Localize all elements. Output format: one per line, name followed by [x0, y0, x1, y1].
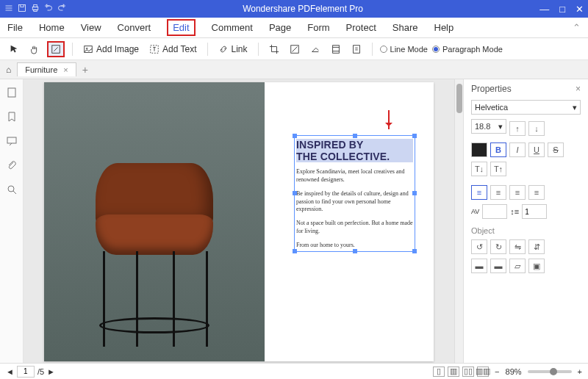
new-tab-button[interactable]: + — [82, 64, 88, 76]
view-cont-facing-icon[interactable]: ▥▥ — [477, 367, 489, 377]
svg-rect-9 — [332, 45, 339, 53]
canvas[interactable]: INSPIRED BY THE COLLECTIVE. Explore Scan… — [24, 79, 454, 363]
zoom-in-button[interactable]: + — [578, 367, 582, 376]
bold-button[interactable]: B — [490, 142, 506, 157]
body-p1[interactable]: Explore Scandinavia, meet local creative… — [296, 168, 413, 184]
search-icon[interactable] — [6, 184, 18, 198]
paragraph-mode-radio[interactable]: Paragraph Mode — [432, 45, 503, 54]
font-size-select[interactable]: 18.8▾ — [471, 119, 506, 134]
bookmark-icon[interactable] — [6, 111, 18, 125]
statusbar: ◄ /5 ► ▯ ▥ ▯▯ ▥▥ − 89% + — [0, 363, 588, 379]
maximize-icon[interactable]: □ — [559, 4, 565, 15]
heading-line2[interactable]: THE COLLECTIVE. — [296, 151, 413, 162]
smaller-text-button[interactable]: T↓ — [471, 162, 487, 176]
annotation-icon[interactable] — [6, 135, 18, 149]
svg-rect-12 — [7, 137, 16, 143]
menu-convert[interactable]: Convert — [118, 22, 151, 33]
extract-image-button[interactable]: ▱ — [509, 259, 526, 273]
menu-home[interactable]: Home — [39, 22, 65, 33]
crop-tool[interactable] — [266, 42, 282, 57]
view-facing-icon[interactable]: ▯▯ — [462, 367, 474, 377]
char-spacing-input[interactable] — [482, 204, 507, 219]
menu-icon[interactable] — [4, 4, 13, 15]
watermark-tool[interactable] — [287, 42, 303, 57]
replace-image-button[interactable]: ▣ — [528, 259, 545, 273]
heading-line1[interactable]: INSPIRED BY — [296, 139, 413, 151]
svg-rect-3 — [34, 10, 37, 11]
larger-text-button[interactable]: T↑ — [490, 162, 506, 176]
tab-furniture[interactable]: Furniture× — [17, 62, 76, 76]
flip-v-button[interactable]: ⇵ — [528, 239, 545, 254]
svg-rect-1 — [32, 7, 38, 10]
panel-close-icon[interactable]: × — [576, 84, 581, 94]
panel-title: Properties — [471, 84, 512, 94]
align-obj-center-button[interactable]: ▬ — [490, 259, 506, 273]
svg-point-13 — [8, 186, 14, 192]
menu-edit[interactable]: Edit — [167, 19, 195, 36]
italic-button[interactable]: I — [509, 142, 526, 157]
menu-form[interactable]: Form — [307, 22, 329, 33]
selected-text-box[interactable]: INSPIRED BY THE COLLECTIVE. Explore Scan… — [294, 135, 415, 252]
zoom-slider[interactable] — [528, 370, 572, 373]
superscript-button[interactable]: ↑ — [509, 121, 526, 136]
next-page-button[interactable]: ► — [47, 367, 55, 376]
body-p2[interactable]: Be inspired by the details of culture, d… — [296, 190, 413, 214]
menu-help[interactable]: Help — [434, 22, 454, 33]
add-text-button[interactable]: Add Text — [146, 42, 199, 57]
menu-page[interactable]: Page — [269, 22, 291, 33]
strike-button[interactable]: S — [548, 142, 564, 157]
view-continuous-icon[interactable]: ▥ — [448, 367, 459, 377]
subscript-button[interactable]: ↓ — [528, 121, 545, 136]
link-button[interactable]: Link — [215, 42, 251, 57]
header-footer-tool[interactable] — [328, 42, 344, 57]
pdf-page: INSPIRED BY THE COLLECTIVE. Explore Scan… — [44, 82, 434, 361]
prev-page-button[interactable]: ◄ — [6, 367, 14, 376]
flip-h-button[interactable]: ⇋ — [509, 239, 526, 254]
bates-tool[interactable] — [348, 42, 365, 57]
vertical-scrollbar[interactable] — [454, 79, 463, 363]
print-icon[interactable] — [31, 4, 40, 15]
hand-tool[interactable] — [26, 42, 43, 57]
tabstrip: ⌂ Furniture× + — [0, 60, 588, 79]
rotate-left-button[interactable]: ↺ — [471, 239, 487, 254]
align-center-button[interactable]: ≡ — [490, 185, 506, 200]
font-color-swatch[interactable] — [471, 142, 487, 157]
font-select[interactable]: Helvetica▾ — [471, 100, 581, 115]
thumbnail-icon[interactable] — [6, 87, 18, 101]
align-left-button[interactable]: ≡ — [471, 185, 487, 200]
edit-tool[interactable] — [47, 41, 65, 57]
align-right-button[interactable]: ≡ — [509, 185, 526, 200]
view-single-icon[interactable]: ▯ — [433, 367, 445, 377]
save-icon[interactable] — [18, 4, 26, 15]
minimize-icon[interactable]: — — [539, 4, 549, 15]
home-icon[interactable]: ⌂ — [6, 65, 11, 75]
page-input[interactable] — [17, 366, 35, 378]
menu-view[interactable]: View — [81, 22, 101, 33]
undo-icon[interactable] — [44, 4, 53, 15]
redo-icon[interactable] — [57, 4, 66, 15]
tab-close-icon[interactable]: × — [63, 65, 68, 74]
align-justify-button[interactable]: ≡ — [528, 185, 545, 200]
left-rail — [0, 79, 24, 363]
quick-tools — [4, 4, 66, 15]
close-icon[interactable]: ✕ — [576, 4, 584, 15]
line-spacing-input[interactable] — [522, 204, 547, 219]
zoom-out-button[interactable]: − — [495, 367, 499, 376]
rotate-right-button[interactable]: ↻ — [490, 239, 506, 254]
background-tool[interactable] — [307, 42, 323, 57]
menu-protect[interactable]: Protect — [346, 22, 376, 33]
menu-comment[interactable]: Comment — [212, 22, 253, 33]
svg-rect-2 — [34, 4, 37, 7]
collapse-ribbon-icon[interactable]: ⌃ — [573, 22, 581, 33]
edit-toolbar: Add Image Add Text Link Line Mode Paragr… — [0, 38, 588, 60]
align-obj-left-button[interactable]: ▬ — [471, 259, 487, 273]
line-mode-radio[interactable]: Line Mode — [380, 45, 428, 54]
menu-file[interactable]: File — [7, 22, 23, 33]
add-image-button[interactable]: Add Image — [80, 42, 142, 57]
menu-share[interactable]: Share — [392, 22, 418, 33]
underline-button[interactable]: U — [528, 142, 545, 157]
select-tool[interactable] — [6, 42, 22, 57]
page-image — [44, 82, 265, 361]
body-p3[interactable]: Not a space built on perfection. But a h… — [296, 220, 413, 236]
attachment-icon[interactable] — [6, 159, 18, 173]
